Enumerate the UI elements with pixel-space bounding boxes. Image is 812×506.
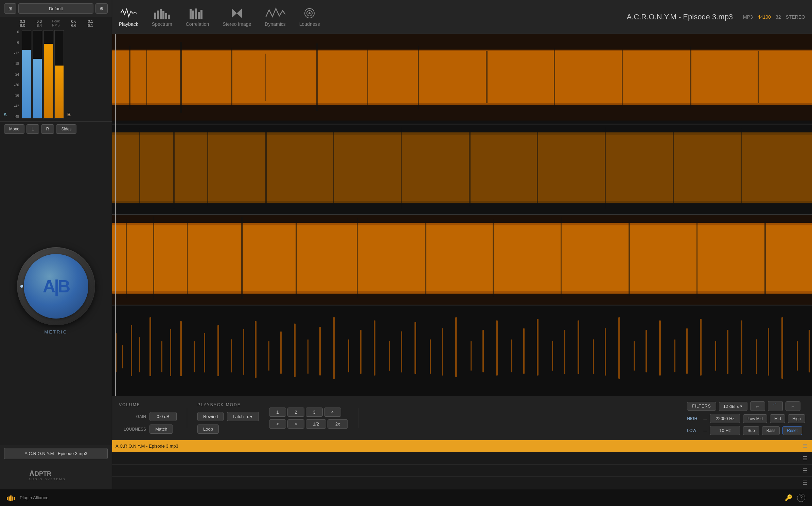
l-button[interactable]: L [27, 124, 39, 134]
svg-rect-55 [153, 217, 154, 300]
tab-correlation-label: Correlation [186, 21, 209, 27]
filter-low-value: 10 Hz [710, 426, 740, 435]
svg-rect-122 [809, 330, 810, 372]
svg-rect-60 [425, 221, 426, 295]
svg-rect-92 [401, 331, 402, 373]
top-nav: Playback Spectrum [112, 0, 812, 34]
tab-spectrum-label: Spectrum [152, 21, 172, 27]
svg-rect-75 [180, 321, 182, 376]
loop-row: Loop [197, 424, 259, 434]
filter-bass[interactable]: Bass [762, 426, 780, 435]
b-peak2: -0.1 [87, 19, 93, 23]
svg-rect-76 [194, 341, 195, 373]
svg-rect-25 [231, 48, 232, 106]
svg-rect-46 [537, 128, 538, 207]
svg-rect-67 [112, 306, 812, 396]
file-list-row-4[interactable]: ☰ [112, 477, 812, 489]
svg-rect-72 [149, 317, 151, 376]
filter-shape-bandpass[interactable]: ⌒ [768, 401, 783, 411]
latch-button[interactable]: Latch ▲▼ [227, 412, 259, 421]
svg-rect-124 [7, 497, 8, 500]
file-menu-icon-4[interactable]: ☰ [801, 480, 809, 486]
tab-correlation[interactable]: Correlation [186, 4, 209, 30]
meter-scale: 0 -6 -12 -18 -24 -30 -36 -42 -48 [10, 30, 20, 119]
svg-rect-121 [797, 341, 798, 371]
filter-shape-highpass[interactable]: ⌐ [750, 401, 765, 411]
file-list-row-2[interactable]: ☰ [112, 452, 812, 465]
ab-knob-area: A|B METRIC [0, 137, 112, 445]
svg-rect-38 [112, 135, 812, 201]
ab-knob[interactable]: A|B [17, 247, 95, 325]
b-peak1: -0.6 [70, 19, 76, 23]
tab-dynamics[interactable]: Dynamics [265, 4, 285, 30]
tab-spectrum[interactable]: Spectrum [152, 4, 172, 30]
svg-rect-79 [231, 339, 232, 372]
num-btn-3[interactable]: 3 [306, 408, 323, 417]
filter-high[interactable]: High [788, 414, 805, 423]
svg-rect-80 [243, 329, 244, 375]
correlation-icon [189, 7, 206, 19]
rewind-button[interactable]: Rewind [197, 412, 224, 421]
svg-point-15 [308, 12, 311, 14]
file-list-active-name: A.C.R.O.N.Y.M - Episode 3.mp3 [116, 444, 801, 449]
key-icon[interactable]: 🔑 [785, 494, 792, 502]
svg-rect-40 [173, 127, 175, 209]
prev-button[interactable]: < [269, 419, 286, 429]
nav-title: A.C.R.O.N.Y.M - Episode 3.mp3 [627, 13, 733, 21]
nav-sample-rate: 44100 [758, 14, 771, 20]
svg-rect-41 [207, 130, 208, 205]
r-button[interactable]: R [41, 124, 54, 134]
sides-button[interactable]: Sides [56, 124, 76, 134]
file-menu-icon-2[interactable]: ☰ [801, 455, 809, 462]
loop-button[interactable]: Loop [197, 424, 219, 434]
filter-shape-lowpass[interactable]: ⌐ [785, 401, 800, 411]
svg-rect-2 [154, 13, 156, 19]
file-list: A.C.R.O.N.Y.M - Episode 3.mp3 ☰ ☰ ☰ ☰ [112, 440, 812, 489]
playback-icon [120, 7, 137, 19]
tab-playback[interactable]: Playback [119, 4, 138, 30]
half-speed-button[interactable]: 1/2 [306, 419, 326, 429]
svg-rect-120 [781, 317, 783, 379]
filter-sub[interactable]: Sub [743, 426, 759, 435]
help-icon[interactable]: ? [797, 494, 805, 502]
num-btns-row: 1 2 3 4 [269, 408, 348, 417]
nav-btns-row: < > 1/2 2x [269, 419, 348, 429]
layout-button[interactable]: ⊞ [4, 3, 16, 14]
file-menu-icon-3[interactable]: ☰ [801, 467, 809, 474]
svg-rect-125 [8, 496, 10, 501]
filter-low-mid[interactable]: Low Mid [743, 414, 767, 423]
svg-rect-33 [690, 47, 691, 108]
a-rms1: -8.0 [19, 23, 25, 28]
meter-bar-a2 [33, 30, 42, 119]
next-button[interactable]: > [287, 419, 304, 429]
num-btn-2[interactable]: 2 [287, 408, 304, 417]
double-speed-button[interactable]: 2x [328, 419, 348, 429]
filter-reset[interactable]: Reset [782, 426, 802, 435]
svg-rect-99 [496, 321, 498, 376]
svg-rect-11 [198, 12, 200, 19]
tab-stereo-image[interactable]: Stereo Image [223, 4, 251, 30]
playback-mode-row: Mono L R Sides [0, 121, 112, 137]
svg-rect-28 [367, 50, 368, 105]
svg-rect-82 [268, 341, 269, 371]
dynamics-icon [265, 7, 285, 19]
file-list-row-active[interactable]: A.C.R.O.N.Y.M - Episode 3.mp3 ☰ [112, 440, 812, 452]
divider-1 [187, 408, 187, 428]
file-list-row-3[interactable]: ☰ [112, 465, 812, 477]
settings-button[interactable]: ⚙ [95, 3, 108, 14]
svg-rect-115 [715, 341, 716, 371]
match-button[interactable]: Match [149, 424, 173, 434]
svg-rect-74 [170, 329, 171, 376]
mono-button[interactable]: Mono [4, 124, 24, 134]
svg-rect-87 [333, 317, 335, 379]
filters-db-value: 12 dB [723, 404, 735, 409]
num-btn-4[interactable]: 4 [324, 408, 341, 417]
waveform-area[interactable] [112, 34, 812, 396]
tab-loudness[interactable]: Loudness [299, 4, 320, 30]
default-button[interactable]: Default [18, 3, 93, 14]
num-btn-1[interactable]: 1 [269, 408, 286, 417]
filter-high-label: HIGH [687, 416, 701, 421]
filter-mid[interactable]: Mid [770, 414, 785, 423]
file-menu-icon-1[interactable]: ☰ [801, 443, 809, 449]
filters-db: 12 dB ▲▼ [719, 402, 747, 411]
